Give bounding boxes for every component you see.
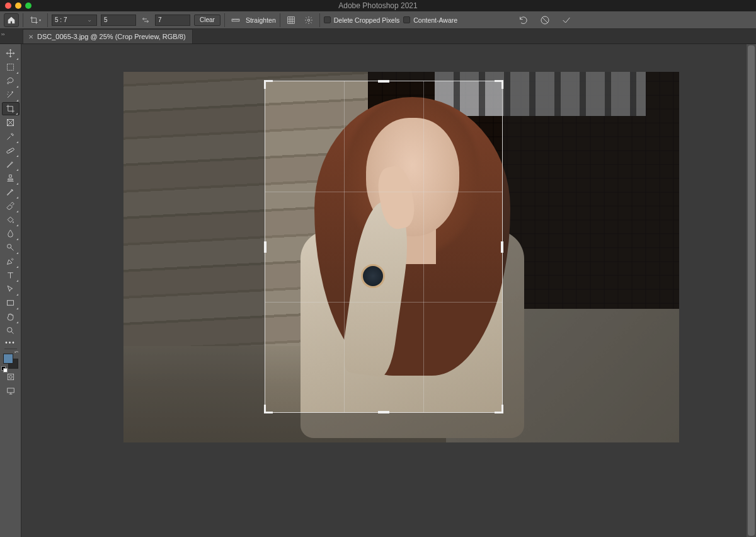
frame-icon: [6, 118, 15, 127]
window-close-button[interactable]: [5, 3, 11, 9]
crop-handle-top-left[interactable]: [264, 80, 273, 89]
default-colors-icon[interactable]: [1, 366, 6, 371]
home-icon: [7, 16, 16, 25]
svg-point-9: [8, 245, 11, 248]
eyedropper-icon: [6, 132, 15, 141]
path-select-tool[interactable]: [2, 282, 20, 296]
undo-icon: [518, 15, 529, 25]
close-tab-button[interactable]: ✕: [28, 33, 33, 40]
flyout-indicator: [16, 113, 18, 115]
canvas-area[interactable]: [21, 44, 756, 537]
clear-button[interactable]: Clear: [194, 14, 220, 26]
cancel-crop-button[interactable]: [538, 13, 552, 27]
lasso-tool[interactable]: [2, 74, 20, 88]
window-zoom-button[interactable]: [25, 3, 32, 9]
quick-mask-icon: [6, 372, 15, 381]
crop-height-input[interactable]: 7: [155, 14, 190, 26]
magic-wand-tool[interactable]: [2, 88, 20, 101]
crop-height-value: 7: [158, 16, 162, 23]
crop-handle-bottom-left[interactable]: [264, 405, 273, 413]
crop-tool[interactable]: [2, 102, 20, 115]
svg-rect-12: [8, 374, 13, 379]
move-tool[interactable]: [2, 47, 20, 60]
content-aware-label: Content-Aware: [413, 16, 457, 24]
crop-width-input[interactable]: 5: [101, 14, 136, 26]
expand-panel-icon[interactable]: ››: [1, 32, 4, 37]
flyout-indicator: [16, 211, 18, 212]
window-minimize-button[interactable]: [15, 3, 21, 9]
type-tool[interactable]: [2, 268, 20, 282]
crop-action-buttons: [517, 13, 573, 27]
straighten-button[interactable]: [229, 13, 243, 27]
chevron-down-icon: ⌵: [85, 18, 94, 23]
straighten-label: Straighten: [246, 16, 276, 24]
marquee-tool[interactable]: [2, 61, 20, 74]
vertical-scrollbar[interactable]: [747, 44, 756, 537]
delete-cropped-label: Delete Cropped Pixels: [334, 16, 399, 24]
blur-tool[interactable]: [2, 227, 20, 240]
active-tool-indicator[interactable]: ▾: [27, 13, 43, 27]
flyout-indicator: [16, 169, 18, 171]
crop-icon: [30, 16, 38, 25]
overlay-options-button[interactable]: [284, 13, 298, 27]
document-tab-label: DSC_0065-3.jpg @ 25% (Crop Preview, RGB/…: [37, 33, 186, 40]
swap-colors-icon[interactable]: ⤺: [14, 349, 19, 355]
crop-handle-top-right[interactable]: [495, 80, 503, 89]
svg-rect-4: [8, 64, 14, 71]
foreground-color-swatch[interactable]: [3, 354, 13, 364]
clone-stamp-tool[interactable]: [2, 171, 20, 185]
eraser-tool[interactable]: [2, 199, 20, 212]
crop-ratio-preset-select[interactable]: 5 : 7 ⌵: [52, 14, 97, 26]
flyout-indicator: [16, 183, 18, 185]
crop-handle-left[interactable]: [264, 241, 266, 253]
pen-tool[interactable]: [2, 255, 20, 268]
crop-handle-top[interactable]: [378, 80, 389, 83]
options-bar: ▾ 5 : 7 ⌵ 5 7 Clear Straighten Delete Cr…: [0, 11, 756, 29]
history-brush-tool[interactable]: [2, 185, 20, 199]
delete-cropped-checkbox[interactable]: Delete Cropped Pixels: [324, 16, 399, 24]
clear-button-label: Clear: [200, 16, 215, 23]
frame-tool[interactable]: [2, 116, 20, 129]
app-title: Adobe Photoshop 2021: [0, 1, 756, 10]
home-button[interactable]: [4, 13, 19, 27]
swap-dimensions-button[interactable]: [140, 14, 151, 26]
ruler-icon: [231, 16, 240, 25]
crop-options-button[interactable]: [302, 13, 316, 27]
commit-crop-button[interactable]: [559, 13, 573, 27]
checkbox-box: [324, 16, 331, 23]
brush-tool[interactable]: [2, 158, 20, 171]
svg-rect-6: [6, 147, 14, 153]
crop-gridline: [265, 302, 502, 303]
crop-handle-right[interactable]: [501, 241, 503, 253]
scroll-thumb[interactable]: [748, 45, 755, 536]
screen-mode-button[interactable]: [2, 385, 20, 396]
eraser-icon: [6, 201, 15, 211]
flyout-indicator: [16, 197, 18, 199]
grid-icon: [287, 16, 295, 25]
dodge-tool[interactable]: [2, 241, 20, 254]
flyout-indicator: [16, 238, 18, 240]
healing-brush-tool[interactable]: [2, 144, 20, 157]
quick-mask-button[interactable]: [2, 371, 20, 383]
crop-box[interactable]: [265, 81, 503, 413]
brush-icon: [6, 159, 15, 169]
straighten-group: Straighten: [224, 13, 280, 27]
color-swatches[interactable]: ⤺: [3, 354, 18, 369]
gradient-tool[interactable]: [2, 213, 20, 226]
zoom-tool[interactable]: [2, 324, 20, 337]
drop-icon: [6, 229, 15, 238]
content-aware-checkbox[interactable]: Content-Aware: [403, 16, 457, 24]
checkbox-box: [403, 16, 410, 23]
svg-point-11: [8, 328, 13, 333]
crop-handle-bottom[interactable]: [378, 411, 389, 413]
edit-toolbar-button[interactable]: •••: [2, 338, 20, 347]
eyedropper-tool[interactable]: [2, 130, 20, 143]
shape-tool[interactable]: [2, 296, 20, 309]
main-area: ››: [0, 44, 756, 537]
hand-tool[interactable]: [2, 310, 20, 323]
reset-crop-button[interactable]: [517, 13, 530, 27]
document-tab[interactable]: ✕ DSC_0065-3.jpg @ 25% (Crop Preview, RG…: [23, 29, 193, 43]
pen-icon: [6, 257, 15, 266]
crop-handle-bottom-right[interactable]: [495, 405, 503, 413]
crop-icon: [6, 104, 15, 113]
